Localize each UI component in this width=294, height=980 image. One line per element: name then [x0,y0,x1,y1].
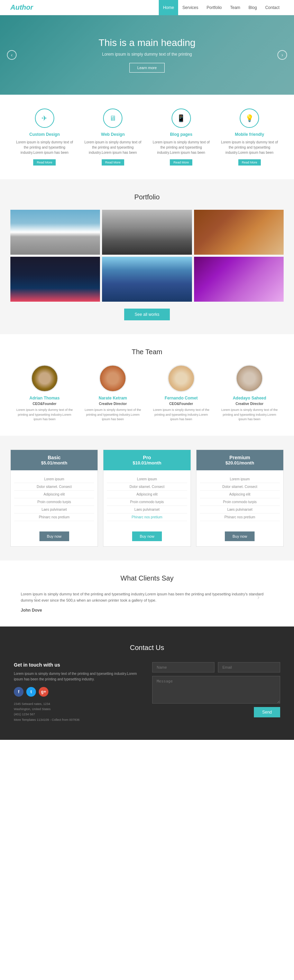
pricing-feature-basic-1: Lorem ipsum [14,476,94,483]
testimonial-next-arrow[interactable]: › [257,593,259,601]
pricing-feature-pro-2: Dolor sitamet. Consect [107,483,187,491]
nav-links: Home Services Portfolio Team Blog Contac… [159,0,284,15]
avatar-4 [236,364,263,392]
testimonial-author: John Dove [21,608,273,612]
pricing-feature-basic-4: Proin commodo turpis [14,498,94,506]
buy-now-pro-button[interactable]: Buy now [132,531,162,541]
feature-title-1: Custom Design [16,132,74,137]
custom-design-icon: ✈ [35,108,54,128]
feature-btn-3[interactable]: Read More [170,159,192,165]
contact-email-input[interactable] [218,662,280,673]
feature-text-2: Lorem ipsum is simply dummy text of the … [84,140,142,155]
contact-send-button[interactable]: Send [254,707,280,718]
portfolio-item-nuts[interactable] [194,210,284,255]
brand-logo[interactable]: Author [10,3,33,11]
get-in-touch-heading: Get in touch with us [14,662,142,668]
hero-heading: This is a main heading [99,37,195,48]
testimonial-text: Lorem ipsum is simply dummy text of the … [21,591,273,604]
facebook-icon[interactable]: f [14,687,24,697]
feature-btn-4[interactable]: Read More [238,159,261,165]
member-role-1: CEO&Founder [14,402,75,406]
pricing-feature-basic-6: Phinarc nos pretium [14,514,94,521]
avatar-2 [99,364,126,392]
member-text-4: Lorem ipsum is simply dummy text of the … [219,408,281,422]
avatar-1 [31,364,58,392]
portfolio-cta: See all works [10,309,284,320]
pricing-btn-wrap-basic: Buy now [11,526,97,546]
hero-cta-button[interactable]: Learn more [129,63,165,73]
pricing-card-pro: Pro $10.01/month Lorem ipsum Dolor sitam… [103,450,190,547]
nav-item-blog[interactable]: Blog [244,0,261,15]
feature-custom-design: ✈ Custom Design Lorem ipsum is simply du… [10,108,79,165]
portfolio-item-photographer[interactable] [102,210,192,255]
member-role-3: CEO&Founder [150,402,212,406]
feature-web-design: 🖥 Web Design Lorem ipsum is simply dummy… [79,108,147,165]
member-text-1: Lorem ipsum is simply dummy text of the … [14,408,75,422]
portfolio-item-city[interactable] [102,257,192,302]
hero-prev-arrow[interactable]: ‹ [7,50,17,60]
team-member-2: Narate Ketram Creative Director Lorem ip… [79,364,147,422]
mobile-friendly-icon: 💡 [240,108,259,128]
plan-name-pro: Pro [108,455,185,460]
feature-text-1: Lorem ipsum is simply dummy text of the … [16,140,74,155]
member-name-1: Adrian Thomas [14,396,75,401]
twitter-icon[interactable]: t [26,687,36,697]
feature-btn-1[interactable]: Read More [33,159,56,165]
member-name-2: Narate Ketram [82,396,144,401]
member-text-3: Lorem ipsum is simply dummy text of the … [150,408,212,422]
address-line-4: More Templates 1134109 - Collect from 00… [14,718,142,722]
member-name-4: Adedayo Saheed [219,396,281,401]
contact-name-input[interactable] [152,662,214,673]
features-section: ✈ Custom Design Lorem ipsum is simply du… [0,95,294,179]
portfolio-section: Portfolio See all works [0,179,294,334]
pricing-feature-premium-2: Dolor sitamet. Consect [200,483,280,491]
blog-pages-icon: 📱 [171,108,191,128]
hero-subtext: Lorem ipsum is simply dummy text of the … [99,52,195,57]
portfolio-item-drone[interactable] [10,257,100,302]
contact-description: Lorem ipsum is simply dummy text of the … [14,671,142,682]
feature-text-3: Lorem ipsum is simply dummy text of the … [152,140,210,155]
team-title: The Team [10,348,284,356]
address-line-1: 2345 Setward nates, 1234 [14,702,142,707]
pricing-header-premium: Premium $20.01/month [197,450,283,470]
plan-price-pro: $10.01/month [108,460,185,466]
pricing-feature-premium-1: Lorem ipsum [200,476,280,483]
contact-message-textarea[interactable] [152,676,280,703]
pricing-header-pro: Pro $10.01/month [104,450,190,470]
contact-address: 2345 Setward nates, 1234 Washington, Uni… [14,702,142,722]
pricing-feature-premium-5: Laes pulvinarset [200,506,280,514]
feature-btn-2[interactable]: Read More [102,159,124,165]
pricing-feature-premium-3: Adipiscing elit [200,491,280,498]
buy-now-premium-button[interactable]: Buy now [225,531,254,541]
pricing-feature-basic-3: Adipiscing elit [14,491,94,498]
nav-item-services[interactable]: Services [178,0,202,15]
google-plus-icon[interactable]: g+ [39,687,48,697]
nav-item-team[interactable]: Team [226,0,244,15]
buy-now-basic-button[interactable]: Buy now [40,531,69,541]
pricing-feature-basic-5: Laes pulvinarset [14,506,94,514]
hero-content: This is a main heading Lorem ipsum is si… [99,37,195,73]
see-all-works-button[interactable]: See all works [124,309,169,320]
pricing-feature-pro-4: Proin commodo turpis [107,498,187,506]
nav-item-home[interactable]: Home [159,0,178,15]
nav-item-portfolio[interactable]: Portfolio [202,0,226,15]
team-member-1: Adrian Thomas CEO&Founder Lorem ipsum is… [10,364,79,422]
nav-item-contact[interactable]: Contact [261,0,284,15]
pricing-feature-pro-6: Phinarc nos pretium [107,514,187,521]
address-line-3: (401) 1234 567 [14,712,142,717]
plan-name-basic: Basic [16,455,93,460]
pricing-body-basic: Lorem ipsum Dolor sitamet. Consect Adipi… [11,470,97,526]
contact-name-email-row [152,662,280,673]
hero-next-arrow[interactable]: › [277,50,287,60]
feature-title-3: Blog pages [152,132,210,137]
feature-blog-pages: 📱 Blog pages Lorem ipsum is simply dummy… [147,108,216,165]
pricing-card-premium: Premium $20.01/month Lorem ipsum Dolor s… [196,450,284,547]
portfolio-item-mountains[interactable] [10,210,100,255]
pricing-btn-wrap-pro: Buy now [104,526,190,546]
testimonial-prev-arrow[interactable]: ‹ [35,593,37,601]
contact-title: Contact Us [14,644,280,652]
portfolio-item-flower[interactable] [194,257,284,302]
contact-left: Get in touch with us Lorem ipsum is simp… [14,662,142,722]
contact-right: Send [152,662,280,722]
team-member-4: Adedayo Saheed Creative Director Lorem i… [216,364,284,422]
